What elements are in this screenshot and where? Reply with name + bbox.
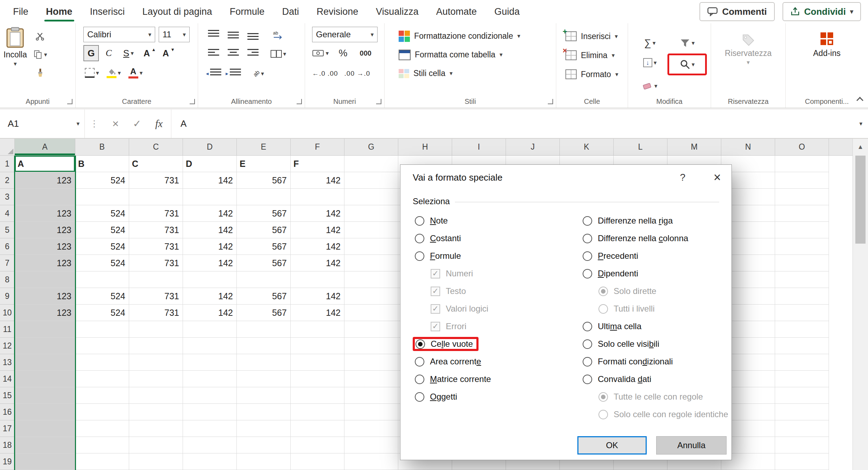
cell-A12[interactable]: [15, 338, 75, 354]
conditional-formatting-dropdown-icon[interactable]: ▾: [517, 33, 520, 39]
cell-F8[interactable]: [291, 271, 344, 288]
align-left-button[interactable]: [205, 46, 222, 62]
cell-F1[interactable]: F: [291, 156, 344, 172]
bold-button[interactable]: G: [83, 45, 99, 61]
radio-icon[interactable]: [415, 216, 424, 226]
share-dropdown-icon[interactable]: ▾: [850, 8, 853, 15]
cell-E14[interactable]: [237, 371, 291, 387]
merge-center-button[interactable]: ▾: [270, 46, 287, 62]
row-header-1[interactable]: 1: [0, 156, 15, 172]
cell-D9[interactable]: 142: [183, 288, 237, 305]
cell-E16[interactable]: [237, 404, 291, 420]
row-header-7[interactable]: 7: [0, 255, 15, 271]
radio-icon[interactable]: [415, 392, 424, 402]
column-header-E[interactable]: E: [237, 139, 291, 155]
cell-G3[interactable]: [344, 189, 398, 205]
cell-B5[interactable]: 524: [75, 222, 129, 238]
cell-A18[interactable]: [15, 437, 75, 453]
autosum-button[interactable]: ∑▾: [632, 34, 667, 52]
cell-F7[interactable]: 142: [291, 255, 344, 271]
paste-dropdown-icon[interactable]: ▾: [14, 61, 17, 67]
cell-O8[interactable]: [775, 271, 829, 288]
sort-filter-dropdown-icon[interactable]: ▾: [692, 40, 695, 46]
cell-G15[interactable]: [344, 387, 398, 404]
cell-A11[interactable]: [15, 321, 75, 338]
cell-B17[interactable]: [75, 420, 129, 437]
cell-G4[interactable]: [344, 205, 398, 222]
cell-A15[interactable]: [15, 387, 75, 404]
cell-E18[interactable]: [237, 437, 291, 453]
row-header-2[interactable]: 2: [0, 172, 15, 189]
font-color-dropdown-icon[interactable]: ▾: [140, 70, 143, 76]
cell-C3[interactable]: [129, 189, 183, 205]
cell-B3[interactable]: [75, 189, 129, 205]
cell-D1[interactable]: D: [183, 156, 237, 172]
cell-D7[interactable]: 142: [183, 255, 237, 271]
cell-E5[interactable]: 567: [237, 222, 291, 238]
row-header-17[interactable]: 17: [0, 420, 15, 437]
cell-C17[interactable]: [129, 420, 183, 437]
dialog-help-button[interactable]: ?: [680, 172, 685, 183]
cell-O19[interactable]: [775, 453, 829, 470]
delete-cells-button[interactable]: × Elimina ▾: [556, 46, 628, 65]
cell-A5[interactable]: 123: [15, 222, 75, 238]
cell-D11[interactable]: [183, 321, 237, 338]
alignment-dialog-launcher[interactable]: [297, 99, 302, 104]
orientation-button[interactable]: ab▾: [250, 65, 267, 82]
cell-D12[interactable]: [183, 338, 237, 354]
cancel-button[interactable]: Annulla: [656, 436, 727, 455]
cell-E6[interactable]: 567: [237, 238, 291, 255]
cell-D2[interactable]: 142: [183, 172, 237, 189]
row-header-15[interactable]: 15: [0, 387, 15, 404]
copy-button[interactable]: ▾: [32, 46, 49, 63]
column-header-C[interactable]: C: [129, 139, 183, 155]
cell-A16[interactable]: [15, 404, 75, 420]
cell-E7[interactable]: 567: [237, 255, 291, 271]
cell-G5[interactable]: [344, 222, 398, 238]
cell-D4[interactable]: 142: [183, 205, 237, 222]
cell-B2[interactable]: 524: [75, 172, 129, 189]
cell-C6[interactable]: 731: [129, 238, 183, 255]
cell-C18[interactable]: [129, 437, 183, 453]
addins-button[interactable]: Add-ins: [786, 27, 868, 58]
formula-bar-handle[interactable]: ⋮: [85, 109, 104, 138]
cell-D15[interactable]: [183, 387, 237, 404]
cell-G6[interactable]: [344, 238, 398, 255]
cell-E15[interactable]: [237, 387, 291, 404]
cell-F13[interactable]: [291, 354, 344, 371]
cell-D5[interactable]: 142: [183, 222, 237, 238]
cell-C5[interactable]: 731: [129, 222, 183, 238]
insert-function-button[interactable]: fx: [155, 118, 163, 130]
cell-A14[interactable]: [15, 371, 75, 387]
column-header-G[interactable]: G: [344, 139, 398, 155]
cell-D16[interactable]: [183, 404, 237, 420]
cell-O5[interactable]: [775, 222, 829, 238]
orientation-dropdown-icon[interactable]: ▾: [261, 71, 264, 77]
cell-D13[interactable]: [183, 354, 237, 371]
column-header-B[interactable]: B: [75, 139, 129, 155]
cell-O14[interactable]: [775, 371, 829, 387]
tab-inserisci[interactable]: Inserisci: [81, 0, 134, 23]
row-header-16[interactable]: 16: [0, 404, 15, 420]
find-select-dropdown-icon[interactable]: ▾: [692, 62, 695, 68]
cell-G16[interactable]: [344, 404, 398, 420]
cell-D19[interactable]: [183, 453, 237, 470]
cell-F16[interactable]: [291, 404, 344, 420]
cell-O2[interactable]: [775, 172, 829, 189]
cell-F5[interactable]: 142: [291, 222, 344, 238]
cell-B13[interactable]: [75, 354, 129, 371]
cell-F10[interactable]: 142: [291, 305, 344, 321]
cell-O13[interactable]: [775, 354, 829, 371]
format-cells-button[interactable]: Formato ▾: [556, 65, 628, 84]
cell-B12[interactable]: [75, 338, 129, 354]
row-header-3[interactable]: 3: [0, 189, 15, 205]
scroll-up-button[interactable]: ▲: [853, 139, 868, 155]
cell-G13[interactable]: [344, 354, 398, 371]
dialog-close-button[interactable]: ×: [714, 171, 721, 184]
cell-G8[interactable]: [344, 271, 398, 288]
row-header-11[interactable]: 11: [0, 321, 15, 338]
cell-B4[interactable]: 524: [75, 205, 129, 222]
dialog-option-differenze-nella-riga[interactable]: Differenze nella riga: [581, 212, 733, 230]
column-header-L[interactable]: L: [614, 139, 667, 155]
cell-G9[interactable]: [344, 288, 398, 305]
